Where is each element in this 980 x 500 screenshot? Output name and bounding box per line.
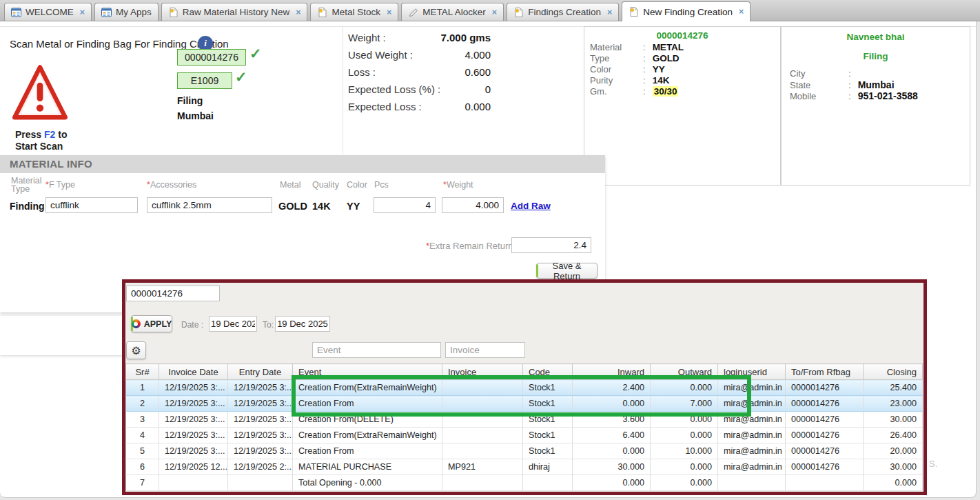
cell-closing: 30.000 <box>864 412 923 428</box>
gm-label: Gm. <box>590 86 643 97</box>
tab-close-icon[interactable]: × <box>607 8 612 17</box>
table-row[interactable]: 412/19/2025 3:...12/19/2025 3:...Creatio… <box>126 428 923 443</box>
table-row[interactable]: 512/19/2025 3:...12/19/2025 3:...Creatio… <box>126 443 923 459</box>
cell-outward: 10.000 <box>651 443 718 459</box>
tab-metal-alocker[interactable]: METAL Alocker× <box>401 3 504 21</box>
event-filter-input[interactable] <box>312 342 441 358</box>
cell-code: dhiraj <box>523 459 573 475</box>
rfbag-search-input[interactable] <box>126 286 220 301</box>
cell-to-from-rfbag: 0000014276 <box>786 380 864 396</box>
material-type-value: Finding <box>10 201 45 212</box>
scan-city-label: Mumbai <box>177 110 214 121</box>
expected-loss-label: Expected Loss : <box>348 101 422 114</box>
tab-label: My Apps <box>116 7 152 17</box>
used-weight-label: Used Weight : <box>348 49 413 63</box>
cell-sr: 6 <box>126 459 159 475</box>
add-raw-link[interactable]: Add Raw <box>511 201 551 211</box>
accessories-label-text: Accessories <box>150 180 196 190</box>
cell-invoice <box>442 443 523 459</box>
tab-raw-material-history-new[interactable]: Raw Material History New× <box>161 3 308 21</box>
column-header-outward[interactable]: Outward <box>651 364 718 380</box>
cell-event: Creation From(ExtraRemainWeight) <box>293 428 442 443</box>
invoice-filter-input[interactable] <box>445 342 525 358</box>
accessories-input[interactable] <box>147 197 272 213</box>
f-type-input[interactable] <box>45 197 138 213</box>
table-row[interactable]: 612/19/2025 12...12/19/2025 2:...MATERIA… <box>126 459 923 475</box>
settings-gear-button[interactable]: ⚙ <box>126 341 146 359</box>
cell-loginuserid: mira@admin.in <box>718 443 786 459</box>
column-header-to-from-rfbag[interactable]: To/From Rfbag <box>786 364 864 380</box>
cell-event: Creation From(DELETE) <box>293 412 442 428</box>
cell-invoice-date: 12/19/2025 3:... <box>159 396 228 412</box>
cell-outward: 7.000 <box>651 396 718 412</box>
table-row[interactable]: 312/19/2025 3:...12/19/2025 3:...Creatio… <box>126 412 923 428</box>
cell-inward: 6.400 <box>573 428 651 443</box>
cell-event: Total Opening - 0.000 <box>293 475 442 491</box>
column-header-invoice-date[interactable]: Invoice Date <box>159 364 228 380</box>
tab-close-icon[interactable]: × <box>387 8 391 17</box>
cell-sr: 1 <box>126 380 159 396</box>
bag-summary-panel: 0000014276 Material:METAL Type:GOLD Colo… <box>584 26 781 186</box>
extra-remain-input[interactable] <box>511 237 591 253</box>
column-header-code[interactable]: Code <box>523 364 573 380</box>
column-header-sr[interactable]: Sr# <box>126 364 159 380</box>
column-header-event[interactable]: Event <box>293 364 442 380</box>
apps-grid-icon <box>11 8 21 17</box>
table-row[interactable]: 212/19/2025 3:...12/19/2025 3:...Creatio… <box>126 396 923 412</box>
extra-remain-label: *Extra Remain Return <box>426 241 513 251</box>
cell-closing: 20.000 <box>864 443 923 459</box>
cell-invoice-date: 12/19/2025 3:... <box>159 443 228 459</box>
tab-close-icon[interactable]: × <box>80 8 85 17</box>
weight-label-text: Weight <box>447 180 473 190</box>
cell-code: Stock1 <box>523 443 573 459</box>
save-return-button[interactable]: Save & Return <box>536 263 598 279</box>
purity-row: Purity:14K <box>590 75 669 86</box>
f2-key-label: F2 <box>44 129 55 140</box>
cell-invoice-date: 12/19/2025 3:... <box>159 412 228 428</box>
cell-inward: 0.000 <box>573 475 651 491</box>
colon: : <box>643 64 646 74</box>
f-type-column-label: *F Type <box>45 180 75 190</box>
bag-code-field[interactable]: 0000014276 <box>177 49 246 66</box>
cell-outward: 0.000 <box>651 412 718 428</box>
column-header-invoice[interactable]: Invoice <box>442 364 523 380</box>
cell-loginuserid: mira@admin.in <box>718 428 786 443</box>
pencil-icon <box>408 8 418 17</box>
apply-icon <box>132 319 141 328</box>
tab-findings-creation[interactable]: Findings Creation× <box>507 3 619 21</box>
date-label: Date : <box>181 320 203 330</box>
column-header-inward[interactable]: Inward <box>573 364 651 380</box>
tab-close-icon[interactable]: × <box>296 8 300 17</box>
pcs-input[interactable] <box>374 197 436 213</box>
date-to-input[interactable] <box>275 316 330 332</box>
cell-event: MATERIAL PURCHASE <box>293 459 442 475</box>
tab-welcome[interactable]: WELCOME× <box>4 3 92 21</box>
weight-input[interactable] <box>442 197 504 213</box>
column-header-loginuserid[interactable]: loginuserid <box>718 364 786 380</box>
metal-value: GOLD <box>278 201 307 212</box>
quality-column-label: Quality <box>312 180 339 190</box>
employee-code-field[interactable]: E1009 <box>177 72 232 89</box>
column-header-closing[interactable]: Closing <box>864 364 923 380</box>
cell-code: Stock1 <box>523 428 573 443</box>
tab-close-icon[interactable]: × <box>492 8 497 17</box>
column-header-entry-date[interactable]: Entry Date <box>228 364 293 380</box>
table-row[interactable]: 7Total Opening - 0.0000.0000.0000.000 <box>126 475 923 491</box>
expected-loss-row: Expected Loss :0.000 <box>348 101 491 114</box>
tab-new-finding-creation[interactable]: New Finding Creation× <box>622 1 751 21</box>
tab-metal-stock[interactable]: Metal Stock× <box>310 3 398 21</box>
cell-outward: 0.000 <box>651 380 718 396</box>
weight-value: 7.000 gms <box>440 32 491 46</box>
tab-my-apps[interactable]: My Apps <box>94 3 159 21</box>
state-row: State:Mumbai <box>790 79 895 90</box>
apply-button[interactable]: APPLY <box>131 315 172 332</box>
tab-label: Findings Creation <box>528 7 601 17</box>
color-value: YY <box>653 64 665 74</box>
cell-code: Stock1 <box>523 396 573 412</box>
table-row[interactable]: 112/19/2025 3:...12/19/2025 3:...Creatio… <box>126 380 923 396</box>
date-from-input[interactable] <box>209 316 257 332</box>
scan-instruction: Scan Metal or Finding Bag For Finding Cr… <box>10 38 229 50</box>
karigar-process: Filing <box>782 51 970 61</box>
type-label: Type <box>590 53 643 63</box>
tab-close-icon[interactable]: × <box>739 7 744 17</box>
